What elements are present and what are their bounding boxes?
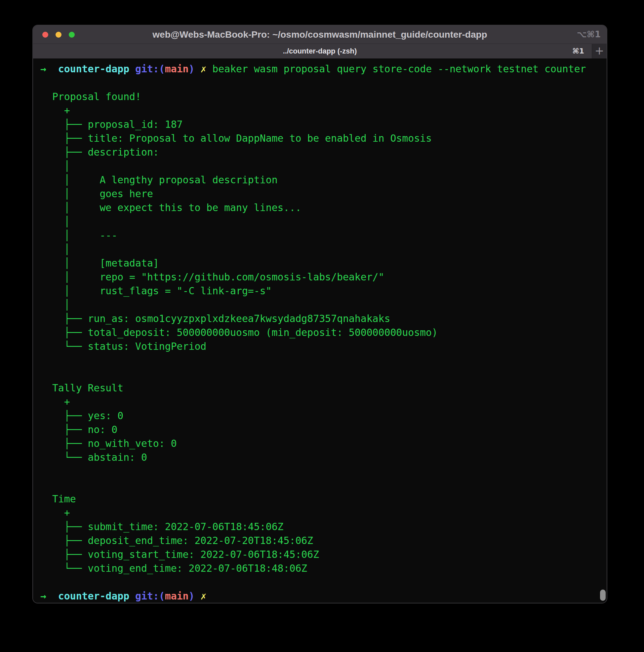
titlebar[interactable]: web@Webs-MacBook-Pro: ~/osmo/cosmwasm/ma…	[33, 25, 607, 44]
terminal-content[interactable]: → counter-dapp git:(main) ✗ beaker wasm …	[33, 58, 607, 603]
scrollbar-thumb[interactable]	[600, 590, 606, 601]
new-tab-button[interactable]: +	[592, 44, 607, 58]
window-shortcut-badge: ⌥⌘1	[577, 25, 601, 44]
terminal-window: web@Webs-MacBook-Pro: ~/osmo/cosmwasm/ma…	[33, 25, 607, 603]
window-title: web@Webs-MacBook-Pro: ~/osmo/cosmwasm/ma…	[33, 25, 607, 44]
terminal-text: → counter-dapp git:(main) ✗ beaker wasm …	[40, 62, 586, 603]
plus-icon: +	[595, 44, 604, 57]
tab-bar: ../counter-dapp (-zsh) ⌘1 +	[33, 44, 607, 58]
tab-shortcut-badge: ⌘1	[572, 44, 584, 58]
tab-counter-dapp[interactable]: ../counter-dapp (-zsh)	[33, 44, 607, 58]
